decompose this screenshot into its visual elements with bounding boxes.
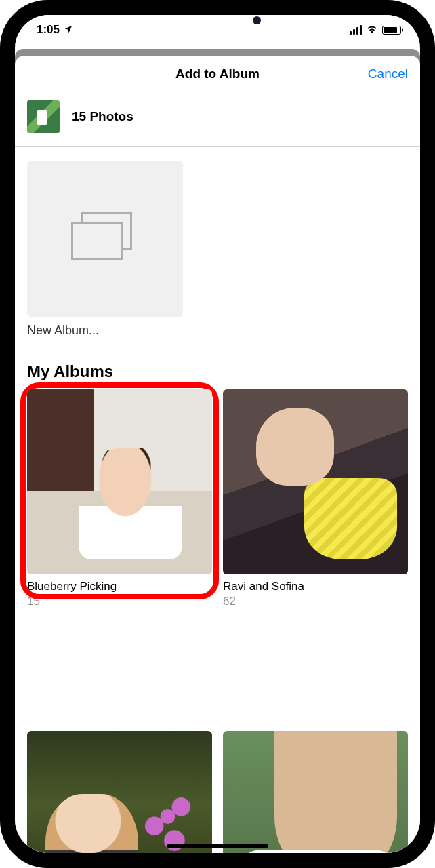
selection-thumbnail <box>27 100 60 133</box>
nav-bar: Add to Album Cancel <box>15 56 420 92</box>
album-item-blueberry-picking[interactable]: Blueberry Picking 15 <box>27 389 212 608</box>
albums-grid: Blueberry Picking 15 Ravi and Sofina 62 <box>27 389 408 608</box>
page-title: Add to Album <box>175 66 260 81</box>
albums-row-partial <box>27 731 408 853</box>
selection-count-label: 15 Photos <box>72 109 133 124</box>
status-bar: 1:05 <box>15 15 420 45</box>
device-frame: 1:05 Add to Album Cancel <box>0 0 435 868</box>
cellular-signal-icon <box>350 25 362 35</box>
album-thumbnail[interactable] <box>27 389 212 574</box>
screen: 1:05 Add to Album Cancel <box>15 15 420 853</box>
status-time: 1:05 <box>37 23 60 37</box>
new-album-tile[interactable] <box>27 161 183 317</box>
selection-summary: 15 Photos <box>15 92 420 147</box>
album-name: Blueberry Picking <box>27 580 212 593</box>
new-album-button[interactable]: New Album... <box>27 161 408 338</box>
wifi-icon <box>366 23 378 37</box>
new-album-label: New Album... <box>27 323 408 338</box>
home-indicator[interactable] <box>167 844 268 848</box>
album-item-ravi-and-sofina[interactable]: Ravi and Sofina 62 <box>223 389 408 608</box>
status-right <box>350 23 401 37</box>
album-item-partial-2[interactable] <box>223 731 408 853</box>
album-count: 62 <box>223 595 408 608</box>
album-item-partial-1[interactable] <box>27 731 212 853</box>
battery-icon <box>382 26 401 35</box>
content-area[interactable]: New Album... My Albums Blueberry Picking… <box>15 147 420 608</box>
album-thumbnail[interactable] <box>223 731 408 853</box>
location-arrow-icon <box>64 24 73 36</box>
stacked-photos-icon <box>71 212 139 266</box>
album-name: Ravi and Sofina <box>223 580 408 593</box>
cancel-button[interactable]: Cancel <box>368 66 408 81</box>
album-thumbnail[interactable] <box>27 731 212 853</box>
album-count: 15 <box>27 595 212 608</box>
album-thumbnail[interactable] <box>223 389 408 574</box>
my-albums-header: My Albums <box>27 362 408 381</box>
status-left: 1:05 <box>37 23 73 37</box>
modal-sheet: Add to Album Cancel 15 Photos New Album.… <box>15 56 420 853</box>
